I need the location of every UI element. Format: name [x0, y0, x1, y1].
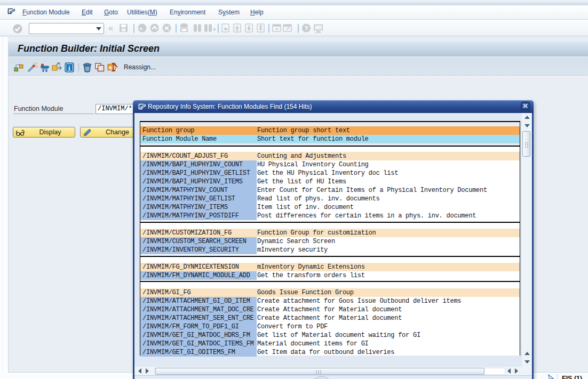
svg-text:b: b	[114, 65, 117, 71]
svg-text:a: a	[109, 64, 112, 70]
svg-text:«: «	[139, 25, 142, 31]
svg-text:i: i	[68, 64, 70, 72]
svg-text:«: «	[108, 23, 113, 33]
svg-text:?: ?	[305, 25, 308, 31]
